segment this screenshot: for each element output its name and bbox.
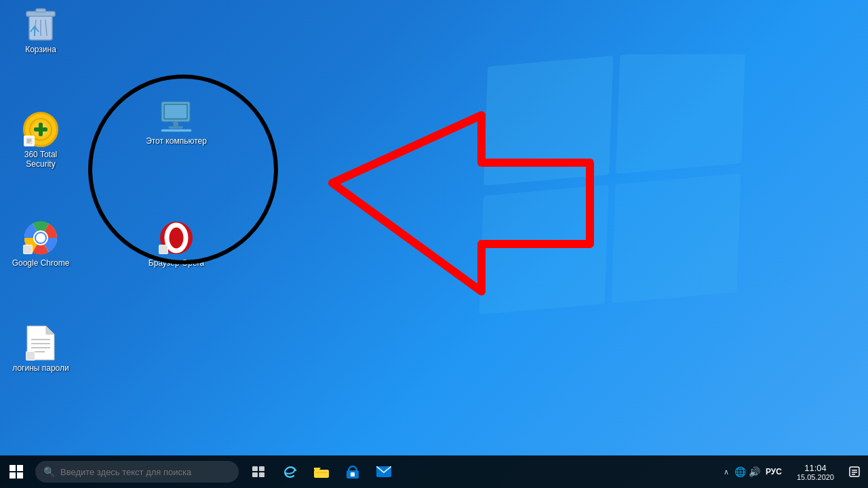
svg-rect-47 [315,472,328,473]
taskbar: 🔍 [0,455,868,488]
svg-rect-44 [252,472,258,477]
windows-logo-watermark [475,54,760,339]
svg-rect-28 [174,121,178,126]
svg-rect-52 [852,470,857,471]
svg-rect-46 [314,470,329,478]
svg-rect-43 [259,466,264,471]
recycle-bin-image [23,7,58,42]
svg-rect-29 [168,126,183,129]
start-button[interactable] [0,455,33,488]
desktop: Корзина [0,0,868,455]
recycle-bin-icon[interactable]: Корзина [10,7,71,54]
svg-rect-54 [852,474,855,475]
taskbar-search[interactable]: 🔍 [35,461,239,483]
security-360-label: 360 Total Security [10,150,71,169]
logins-passwords-image [23,325,58,361]
opera-browser-label: Браузер Opera [149,258,205,268]
edge-browser-button[interactable] [275,455,305,488]
volume-icon[interactable]: 🔊 [749,466,760,477]
system-tray: ∧ 🌐 🔊 РУС 11:04 15.05.2020 [715,455,868,488]
svg-rect-45 [259,472,264,477]
google-chrome-image [23,220,58,256]
this-computer-label: Этот компьютер [146,136,207,146]
svg-point-22 [36,233,45,243]
svg-rect-3 [612,174,741,304]
language-indicator[interactable]: РУС [763,467,785,476]
task-view-button[interactable] [244,455,274,488]
security-360-image [23,112,58,147]
file-explorer-button[interactable] [307,455,336,488]
google-chrome-icon[interactable]: Google Chrome [10,220,71,268]
svg-rect-53 [852,472,857,473]
svg-rect-42 [252,466,258,471]
svg-rect-24 [24,245,32,253]
svg-rect-1 [616,54,745,174]
google-chrome-label: Google Chrome [12,258,70,268]
windows-start-icon [9,465,23,479]
clock-date: 15.05.2020 [797,473,834,481]
logins-passwords-label: логины пароли [12,363,68,373]
svg-rect-40 [26,352,35,360]
mail-button[interactable] [369,455,399,488]
svg-rect-0 [484,56,613,186]
notification-center-button[interactable] [841,455,868,488]
svg-rect-34 [159,245,167,253]
this-computer-image [159,98,194,134]
svg-rect-30 [161,129,192,132]
security-360-icon[interactable]: 360 Total Security [10,112,71,169]
opera-browser-image [159,220,194,256]
opera-browser-icon[interactable]: Браузер Opera [146,220,207,268]
logins-passwords-icon[interactable]: логины пароли [10,325,71,373]
tray-icons: ∧ 🌐 🔊 РУС [715,466,790,477]
network-icon[interactable]: 🌐 [734,466,746,477]
svg-rect-6 [36,9,45,12]
clock[interactable]: 11:04 15.05.2020 [790,455,841,488]
clock-time: 11:04 [804,463,827,473]
recycle-bin-label: Корзина [25,45,56,54]
svg-rect-14 [34,127,47,131]
svg-rect-2 [479,185,609,315]
svg-rect-49 [351,472,355,476]
show-hidden-icons[interactable]: ∧ [721,468,732,476]
search-input[interactable] [60,467,231,477]
store-button[interactable] [338,455,368,488]
taskbar-app-icons [244,455,399,488]
this-computer-icon[interactable]: Этот компьютер [146,98,207,146]
svg-rect-27 [165,105,186,119]
search-icon: 🔍 [43,466,55,477]
